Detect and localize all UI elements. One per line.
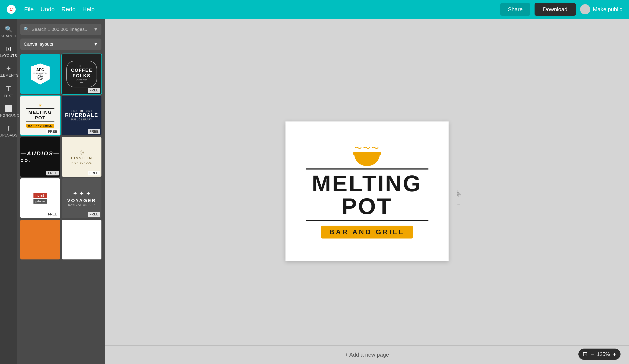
einstein-free-badge: FREE (88, 171, 100, 175)
download-button[interactable]: Download (535, 3, 576, 16)
meltingpot-preview: ♛ MELTING POT BAR AND GRILL (20, 101, 60, 130)
add-page-button[interactable]: + Add a new page (345, 352, 389, 358)
zoom-bar: ⊡ − 125% + (578, 349, 621, 360)
nav-file[interactable]: File (24, 6, 34, 13)
sidebar-item-text[interactable]: T TEXT (0, 82, 17, 101)
book-icon: 📖 (80, 110, 83, 112)
layouts-panel: 🔍 ▼ Canva layouts ▼ AFC AGUILA FUTBOL ⚽ (17, 19, 105, 364)
voyager-free-badge: FREE (88, 212, 100, 217)
einstein-subtitle: HIGH SCHOOL (72, 161, 92, 164)
coffee-title: COFFEE (71, 68, 92, 73)
layout-card-einstein[interactable]: ◎ EINSTEIN HIGH SCHOOL FREE (62, 137, 102, 177)
canva-logo[interactable]: C (7, 5, 16, 14)
make-public-label: Make public (593, 6, 622, 13)
sidebar-item-layouts[interactable]: ⊞ LAYOUTS (0, 42, 17, 61)
layouts-dropdown-label: Canva layouts (24, 41, 53, 47)
voyager-title: VOYAGER (67, 198, 96, 203)
search-bar-container: 🔍 ▼ (20, 24, 101, 35)
canva-logo-icon: C (9, 6, 13, 12)
riverdale-subtitle: PUBLIC LIBRARY (65, 118, 98, 121)
melting-pot-title: MELTING POT (294, 172, 440, 218)
sidebar-item-elements[interactable]: ✦ ELEMENTS (0, 62, 17, 80)
bkground-icon: ⬜ (5, 105, 12, 112)
mp-line-top (26, 108, 54, 109)
dropdown-chevron-icon: ▼ (93, 41, 98, 47)
divider-bottom (306, 220, 428, 221)
coffee-top-text: THE (71, 65, 92, 68)
sidebar-layouts-label: LAYOUTS (0, 54, 17, 58)
sidebar-uploads-label: UPLOADS (0, 133, 17, 137)
layout-card-hurst[interactable]: hurst galleries FREE (20, 178, 60, 218)
share-button[interactable]: Share (500, 3, 530, 16)
afc-text: AFC (36, 68, 44, 72)
riverdale-years: 1962📖2020 (65, 110, 98, 112)
mp-subtitle: BAR AND GRILL (26, 124, 54, 127)
layout-card-meltingpot[interactable]: ♛ MELTING POT BAR AND GRILL FREE (20, 96, 60, 135)
search-icon: 🔍 (5, 25, 12, 33)
riverdale-preview: 1962📖2020 RIVERDALE PUBLIC LIBRARY (62, 107, 102, 124)
layout-card-riverdale[interactable]: 1962📖2020 RIVERDALE PUBLIC LIBRARY FREE (62, 96, 102, 135)
text-icon: T (6, 84, 11, 93)
nav-help[interactable]: Help (82, 6, 95, 13)
coffee-free-badge: FREE (88, 88, 100, 93)
einstein-title: EINSTEIN (71, 156, 92, 160)
mp-crown-icon: ♛ (22, 103, 58, 107)
sidebar: 🔍 SEARCH ⊞ LAYOUTS ✦ ELEMENTS T TEXT ⬜ B… (0, 19, 17, 364)
mp-line-bottom (26, 121, 54, 122)
afc-preview: AFC AGUILA FUTBOL ⚽ (20, 54, 60, 94)
nav-redo[interactable]: Redo (61, 6, 76, 13)
layouts-dropdown[interactable]: Canva layouts ▼ (20, 38, 101, 50)
steam-icon: 〜〜〜 (354, 144, 380, 152)
layout-card-audios[interactable]: —AUDIOS—CO. FREE (20, 137, 60, 177)
layout-card-afc[interactable]: AFC AGUILA FUTBOL ⚽ (20, 54, 60, 94)
meltingpot-free-badge: FREE (46, 129, 59, 134)
logo-design: 〜〜〜 MELTING POT BAR AND GRILL (286, 136, 449, 247)
riverdale-free-badge: FREE (88, 129, 100, 134)
search-dropdown-icon[interactable]: ▼ (93, 27, 98, 32)
topbar: C File Undo Redo Help Share Download Mak… (0, 0, 629, 19)
layout-card-voyager[interactable]: ✦ ✦ ✦ VOYAGER NAVIGATION APP FREE (62, 178, 102, 218)
soccer-ball-icon: ⚽ (37, 74, 43, 80)
nav-undo[interactable]: Undo (40, 6, 55, 13)
coffee-badge: THE COFFEE FOLKS COMPANY ●●● (66, 61, 97, 87)
audios-title: —AUDIOS—CO. (20, 150, 60, 163)
hurst-preview: hurst galleries (31, 190, 50, 206)
delete-page-icon[interactable]: − (457, 201, 461, 208)
make-public-button[interactable]: Make public (580, 4, 622, 14)
zoom-in-button[interactable]: + (613, 351, 616, 358)
sidebar-item-bkground[interactable]: ⬜ BKGROUND (0, 103, 17, 121)
layout-card-white[interactable] (62, 220, 102, 259)
copy-page-icon[interactable]: ⧉ (457, 192, 461, 199)
einstein-circle-icon: ◎ (79, 149, 84, 155)
sidebar-item-uploads[interactable]: ⬆ UPLOADS (0, 122, 17, 140)
present-icon[interactable]: ⊡ (583, 351, 588, 358)
voyager-subtitle: NAVIGATION APP (68, 203, 95, 206)
afc-badge-shape: AFC AGUILA FUTBOL ⚽ (31, 63, 50, 85)
sidebar-bkground-label: BKGROUND (0, 114, 19, 118)
layout-card-coffee[interactable]: THE COFFEE FOLKS COMPANY ●●● FREE (62, 54, 102, 94)
voyager-icon: ✦ ✦ ✦ (73, 190, 91, 197)
sidebar-search-label: SEARCH (1, 34, 16, 38)
zoom-level: 125% (597, 351, 610, 357)
search-input[interactable] (31, 27, 91, 32)
sidebar-item-search[interactable]: 🔍 SEARCH (0, 23, 17, 41)
avatar (580, 4, 590, 14)
hurst-badge-text: hurst (33, 193, 47, 198)
sidebar-elements-label: ELEMENTS (0, 73, 19, 78)
layouts-icon: ⊞ (6, 45, 11, 52)
coffee-folks-text: FOLKS (71, 73, 92, 79)
riverdale-title: RIVERDALE (65, 112, 98, 118)
hurst-free-badge: FREE (46, 212, 59, 217)
bottombar: + Add a new page (105, 345, 629, 364)
topbar-actions: Share Download Make public (500, 3, 622, 16)
afc-subtext: AGUILA FUTBOL (33, 72, 48, 74)
layout-card-orange[interactable] (20, 220, 60, 259)
elements-icon: ✦ (6, 65, 11, 72)
canvas[interactable]: 〜〜〜 MELTING POT BAR AND GRILL (286, 121, 449, 261)
page-actions: ⧉ − (457, 192, 461, 208)
search-bar-icon: 🔍 (24, 27, 29, 32)
layouts-grid: AFC AGUILA FUTBOL ⚽ THE COFFEE FOLKS COM… (20, 54, 101, 259)
hurst-sub-text: galleries (33, 199, 47, 204)
afc-content: AFC AGUILA FUTBOL ⚽ (31, 63, 50, 85)
zoom-out-button[interactable]: − (591, 351, 594, 358)
